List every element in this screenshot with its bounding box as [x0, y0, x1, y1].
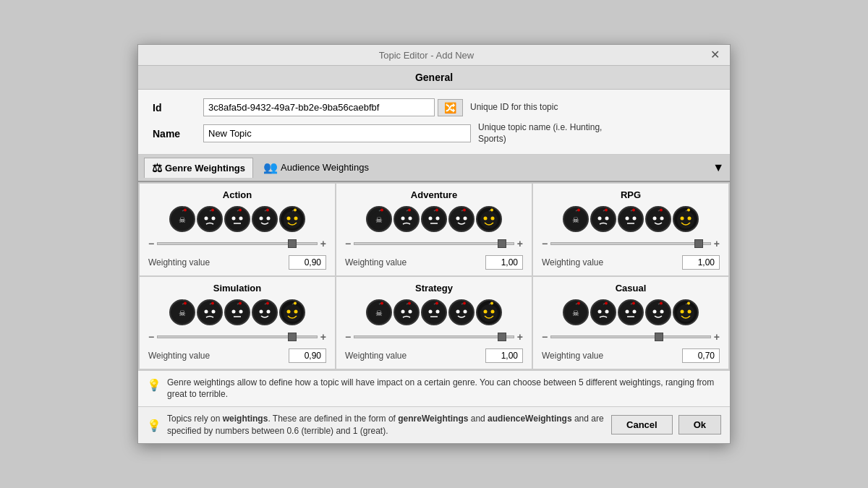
- tab-dropdown-arrow[interactable]: ▼: [712, 161, 724, 174]
- slider-thumb-rpg[interactable]: [694, 239, 703, 248]
- svg-point-94: [491, 309, 495, 313]
- svg-point-91: [480, 304, 498, 322]
- weighting-label-casual: Weighting value: [542, 351, 603, 361]
- shuffle-button[interactable]: 🔀: [438, 99, 463, 116]
- weighting-value-adventure[interactable]: [485, 255, 523, 270]
- svg-point-74: [287, 309, 291, 313]
- svg-point-33: [464, 216, 467, 220]
- svg-point-106: [650, 304, 667, 322]
- svg-text:☠: ☠: [375, 215, 383, 224]
- weighting-value-simulation[interactable]: [289, 348, 326, 363]
- weighting-row-action: Weighting value: [145, 255, 329, 270]
- weighting-value-action[interactable]: [289, 255, 326, 270]
- emoji-face-2: [224, 206, 250, 232]
- id-input[interactable]: [203, 98, 435, 116]
- svg-point-85: [429, 309, 433, 313]
- window-title: Topic Editor - Add New: [145, 50, 707, 61]
- slider-track-action[interactable]: [157, 242, 318, 245]
- svg-point-109: [660, 309, 664, 313]
- name-hint: Unique topic name (i.e. Hunting, Sports): [478, 122, 608, 145]
- slider-plus-rpg[interactable]: +: [714, 238, 720, 249]
- svg-point-108: [653, 309, 657, 313]
- svg-point-18: [294, 216, 298, 220]
- weighting-label-adventure: Weighting value: [345, 257, 407, 267]
- slider-track-strategy[interactable]: [354, 335, 514, 338]
- svg-point-90: [464, 309, 467, 313]
- svg-text:☠: ☠: [179, 215, 186, 224]
- slider-plus-casual[interactable]: +: [714, 331, 720, 343]
- svg-point-43: [598, 216, 602, 220]
- cancel-button[interactable]: Cancel: [611, 415, 673, 435]
- slider-row-action: −+: [145, 238, 329, 249]
- slider-plus-simulation[interactable]: +: [320, 331, 326, 343]
- svg-point-92: [490, 301, 493, 304]
- tab-audience-weightings[interactable]: 👥 Audience Weightings: [256, 158, 376, 177]
- slider-plus-strategy[interactable]: +: [517, 331, 523, 343]
- svg-point-42: [605, 208, 608, 211]
- slider-thumb-strategy[interactable]: [498, 333, 506, 341]
- slider-minus-action[interactable]: −: [148, 238, 154, 249]
- genres-grid: Action☠−+Weighting valueAdventure☠−+Weig…: [138, 182, 730, 370]
- slider-plus-action[interactable]: +: [320, 238, 326, 249]
- svg-point-29: [436, 216, 440, 220]
- svg-point-27: [435, 208, 438, 211]
- svg-point-46: [632, 208, 635, 211]
- close-button[interactable]: ✕: [707, 49, 723, 61]
- svg-point-6: [212, 216, 216, 220]
- emoji-face-4: [673, 206, 699, 232]
- svg-point-71: [267, 309, 271, 313]
- slider-track-rpg[interactable]: [550, 242, 711, 245]
- emoji-face-3: [252, 299, 278, 325]
- emoji-row-strategy: ☠: [342, 299, 526, 325]
- slider-thumb-action[interactable]: [288, 239, 297, 248]
- ok-button[interactable]: Ok: [678, 415, 721, 435]
- name-input[interactable]: [203, 124, 471, 142]
- slider-minus-strategy[interactable]: −: [345, 331, 351, 343]
- info-icon-2: 💡: [147, 419, 161, 432]
- svg-point-8: [239, 208, 242, 211]
- emoji-face-0: ☠: [366, 206, 392, 232]
- slider-plus-adventure[interactable]: +: [517, 238, 523, 249]
- svg-point-89: [456, 309, 460, 313]
- emoji-face-0: ☠: [563, 206, 589, 232]
- slider-minus-casual[interactable]: −: [542, 331, 548, 343]
- svg-point-110: [677, 304, 694, 322]
- emoji-face-0: ☠: [169, 206, 195, 232]
- svg-point-80: [408, 301, 411, 304]
- svg-point-82: [409, 309, 412, 313]
- weighting-value-casual[interactable]: [682, 348, 720, 363]
- svg-point-60: [201, 304, 218, 322]
- weighting-row-casual: Weighting value: [539, 348, 723, 363]
- weighting-value-strategy[interactable]: [485, 348, 523, 363]
- svg-point-25: [409, 216, 412, 220]
- weighting-label-simulation: Weighting value: [148, 351, 210, 361]
- slider-minus-adventure[interactable]: −: [345, 238, 351, 249]
- svg-point-107: [660, 301, 663, 304]
- slider-minus-rpg[interactable]: −: [542, 238, 548, 249]
- svg-text:☠: ☠: [375, 309, 383, 317]
- svg-point-13: [260, 216, 263, 220]
- svg-point-26: [425, 211, 443, 228]
- genre-cell-casual: Casual☠−+Weighting value: [532, 276, 729, 369]
- slider-track-adventure[interactable]: [354, 242, 514, 245]
- weighting-value-rpg[interactable]: [682, 255, 720, 270]
- tab-genre-weightings[interactable]: ⚖ Genre Weightings: [144, 158, 253, 178]
- svg-text:☠: ☠: [572, 215, 579, 224]
- emoji-face-4: [279, 299, 305, 325]
- weighting-row-rpg: Weighting value: [539, 255, 723, 270]
- svg-point-44: [605, 216, 609, 220]
- emoji-face-2: [618, 206, 644, 232]
- slider-track-simulation[interactable]: [157, 335, 318, 338]
- slider-track-casual[interactable]: [550, 335, 711, 338]
- svg-point-24: [401, 216, 405, 220]
- emoji-face-0: ☠: [563, 299, 589, 325]
- slider-row-rpg: −+: [539, 238, 723, 249]
- svg-point-28: [429, 216, 433, 220]
- slider-thumb-adventure[interactable]: [498, 239, 506, 248]
- emoji-row-simulation: ☠: [145, 299, 329, 325]
- slider-thumb-casual[interactable]: [655, 333, 663, 341]
- slider-row-simulation: −+: [145, 331, 329, 343]
- slider-thumb-simulation[interactable]: [288, 333, 297, 341]
- slider-minus-simulation[interactable]: −: [148, 331, 154, 343]
- svg-point-3: [201, 211, 218, 228]
